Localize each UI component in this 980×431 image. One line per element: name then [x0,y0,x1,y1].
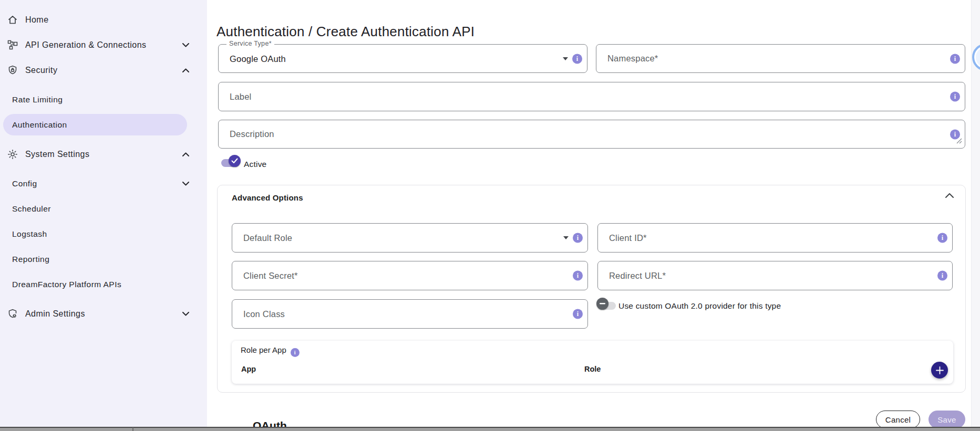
chevron-down-icon [182,312,189,316]
check-icon [231,158,238,164]
cancel-button[interactable]: Cancel [876,411,920,428]
default-role-info-icon[interactable]: i [573,233,583,243]
sidebar-item-reporting[interactable]: Reporting [0,248,207,270]
shield-lock-icon [7,65,18,76]
chevron-down-icon [182,182,189,186]
save-button[interactable]: Save [929,411,965,428]
sidebar-item-rate-limiting[interactable]: Rate Limiting [0,89,207,110]
role-per-app-title: Role per Appi [241,345,300,357]
redirect-url-field: i [597,261,953,290]
bottom-bar-divider [132,427,133,431]
icon-class-field: i [232,299,588,329]
label-field: i [218,82,965,111]
dropdown-caret-icon[interactable] [563,236,569,239]
collapse-chevron-up-icon[interactable] [945,193,954,198]
minus-icon [600,303,605,304]
custom-oauth-toggle[interactable] [597,300,618,312]
service-type-value: Google OAuth [230,54,286,64]
plus-icon [936,366,944,374]
page-title: Authentication / Create Authentication A… [216,24,474,40]
icon-class-input[interactable] [232,300,587,328]
active-toggle[interactable] [221,157,242,169]
add-role-per-app-button[interactable] [931,362,948,379]
chevron-up-icon [182,68,189,72]
client-id-info-icon[interactable]: i [937,233,947,243]
sidebar-item-authentication[interactable]: Authentication [0,114,207,135]
redirect-url-info-icon[interactable]: i [937,271,947,281]
chevron-down-icon [182,43,189,47]
redirect-url-input[interactable] [598,261,952,290]
icon-class-info-icon[interactable]: i [573,309,583,319]
namespace-info-icon[interactable]: i [950,54,960,64]
sidebar-item-security[interactable]: Security [0,59,207,81]
default-role-select[interactable]: i [232,223,588,253]
label-info-icon[interactable]: i [950,92,960,102]
client-secret-field: i [232,261,588,290]
dropdown-caret-icon[interactable] [563,57,568,60]
chevron-up-icon [182,152,189,156]
column-header-app: App [241,365,256,373]
admin-shield-icon [7,308,18,320]
active-toggle-thumb [229,155,241,167]
advanced-options-title: Advanced Options [232,193,303,202]
api-nodes-icon [7,39,18,51]
sidebar-item-config[interactable]: Config [0,173,207,194]
sidebar-item-admin-settings[interactable]: Admin Settings [0,303,207,324]
sidebar-item-scheduler[interactable]: Scheduler [0,198,207,219]
sidebar-item-dreamfactory-platform-apis[interactable]: DreamFactory Platform APIs [0,274,207,295]
column-header-role: Role [584,365,601,373]
description-field: i [218,120,965,149]
client-id-input[interactable] [598,224,952,252]
active-toggle-label: Active [244,160,266,169]
default-role-input[interactable] [232,224,587,252]
resize-handle-icon[interactable] [956,136,962,146]
namespace-field: i [596,44,965,73]
role-per-app-info-icon[interactable]: i [291,348,300,357]
namespace-input[interactable] [596,45,965,72]
service-type-select[interactable]: Service Type* Google OAuth i [218,44,587,73]
client-id-field: i [597,223,953,253]
custom-oauth-toggle-thumb [596,298,608,310]
sidebar: Home API Generation & Connections Securi… [0,0,207,427]
description-input[interactable] [219,120,965,148]
sidebar-item-home[interactable]: Home [0,9,207,30]
label-input[interactable] [219,82,965,111]
service-type-info-icon[interactable]: i [572,54,582,64]
role-per-app-panel: Role per Appi App Role [232,341,953,384]
client-secret-info-icon[interactable]: i [573,271,583,281]
gear-icon [7,149,18,160]
sidebar-item-api-generation[interactable]: API Generation & Connections [0,34,207,56]
custom-oauth-toggle-label: Use custom OAuth 2.0 provider for this t… [618,301,781,311]
sidebar-item-system-settings[interactable]: System Settings [0,143,207,165]
bottom-window-edge [0,427,980,431]
home-icon [7,14,18,26]
sidebar-item-logstash[interactable]: Logstash [0,223,207,245]
client-secret-input[interactable] [232,261,587,290]
service-type-label: Service Type* [226,40,274,47]
advanced-options-card: Advanced Options i i i i i Use custom OA… [217,185,966,393]
